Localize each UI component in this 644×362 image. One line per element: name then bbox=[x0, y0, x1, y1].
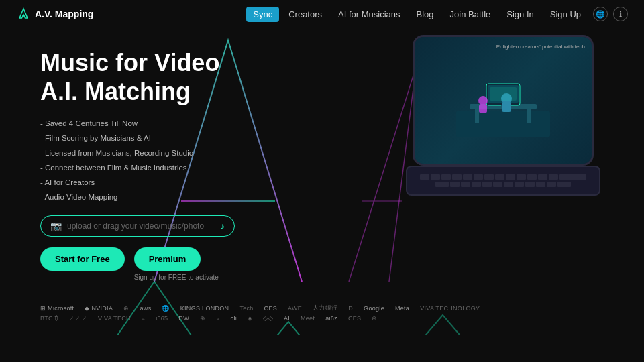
logo-bank: 人力銀行 bbox=[313, 304, 337, 312]
logos-row-2: BTC ₿ ⟋⟋⟋ VIVA TECH ⟁ i365 DW ⊕ ⟁ cli ◈ … bbox=[40, 315, 604, 322]
logo-sym4: ◇◇ bbox=[263, 315, 273, 322]
logo-icon bbox=[16, 7, 31, 21]
info-icon[interactable]: ℹ bbox=[613, 7, 628, 21]
logo-circle: ⊕ bbox=[200, 315, 205, 322]
logos-row-1: ⊞ Microsoft ◆ NVIDIA ⊕ aws 🌐 KINGS LONDO… bbox=[40, 304, 604, 312]
logo-sym2: ⟁ bbox=[216, 315, 219, 322]
camera-icon: 📷 bbox=[50, 221, 62, 231]
logo-kings: KINGS LONDON bbox=[180, 305, 229, 312]
nav-sync[interactable]: Sync bbox=[246, 7, 279, 22]
premium-wrapper: Premium Sign up for FREE to activate bbox=[134, 247, 219, 281]
logo-ai6z: ai6z bbox=[325, 315, 337, 322]
svg-rect-3 bbox=[527, 109, 531, 123]
logo-seal: ⊕ bbox=[123, 305, 129, 312]
logo-nvidia: ◆ NVIDIA bbox=[85, 305, 113, 312]
logo-awe: AWE bbox=[288, 305, 302, 312]
svg-rect-8 bbox=[502, 103, 511, 112]
nav-ai-musicians[interactable]: AI for Musicians bbox=[331, 7, 407, 22]
logo-un: 🌐 bbox=[162, 305, 169, 312]
start-free-button[interactable]: Start for Free bbox=[40, 247, 125, 271]
navbar: A.V. Mapping Sync Creators AI for Musici… bbox=[0, 0, 644, 28]
start-free-wrapper: Start for Free bbox=[40, 247, 125, 271]
svg-rect-0 bbox=[456, 111, 550, 137]
svg-rect-2 bbox=[475, 109, 479, 123]
nav-icon-group: 🌐 ℹ bbox=[593, 7, 628, 21]
logo-ces2: CES bbox=[348, 315, 361, 322]
language-icon[interactable]: 🌐 bbox=[593, 7, 608, 21]
premium-button[interactable]: Premium bbox=[134, 247, 201, 271]
logo-cli: cli bbox=[231, 315, 237, 322]
nav-sign-in[interactable]: Sign In bbox=[500, 7, 540, 22]
logo-lines: ⟋⟋⟋ bbox=[68, 315, 87, 322]
nav-links: Sync Creators AI for Musicians Blog Join… bbox=[246, 7, 588, 22]
logo-tech: Tech bbox=[239, 305, 253, 312]
tablet-keyboard bbox=[406, 166, 600, 196]
nav-creators[interactable]: Creators bbox=[282, 7, 329, 22]
nav-join-battle[interactable]: Join Battle bbox=[443, 7, 498, 22]
logo[interactable]: A.V. Mapping bbox=[16, 7, 93, 21]
svg-rect-10 bbox=[479, 105, 487, 113]
nav-blog[interactable]: Blog bbox=[410, 7, 441, 22]
logo-ai: AI bbox=[284, 315, 290, 322]
tablet-illustration bbox=[449, 57, 557, 144]
tablet-screen-body: Enlighten creators' potential with tech bbox=[413, 35, 594, 166]
logo-viva2: VIVA TECH bbox=[98, 315, 131, 322]
logo-google: Google bbox=[364, 305, 384, 312]
partner-logos: ⊞ Microsoft ◆ NVIDIA ⊕ aws 🌐 KINGS LONDO… bbox=[0, 304, 644, 322]
cta-subtext: Sign up for FREE to activate bbox=[134, 274, 219, 281]
logo-sym3: ◈ bbox=[248, 315, 252, 322]
logo-btc: BTC ₿ bbox=[40, 315, 58, 322]
music-note-icon: ♪ bbox=[220, 221, 225, 231]
tablet-mockup: Enlighten creators' potential with tech bbox=[396, 35, 610, 196]
logo-meet: Meet bbox=[301, 315, 315, 322]
logo-sym: ⟁ bbox=[142, 315, 145, 322]
logo-meta: Meta bbox=[395, 305, 409, 312]
tablet-caption: Enlighten creators' potential with tech bbox=[496, 44, 585, 50]
search-placeholder: upload or drag your video/music/photo bbox=[67, 221, 215, 231]
cta-buttons: Start for Free Premium Sign up for FREE … bbox=[40, 247, 604, 281]
upload-search-bar[interactable]: 📷 upload or drag your video/music/photo … bbox=[40, 215, 235, 237]
logo-viva: VIVA TECHNOLOGY bbox=[420, 305, 480, 312]
logo-last: ⊕ bbox=[372, 315, 377, 322]
logo-text: A.V. Mapping bbox=[35, 9, 93, 19]
svg-point-9 bbox=[478, 96, 488, 105]
logo-ces: CES bbox=[264, 305, 277, 312]
logo-dw: DW bbox=[178, 315, 189, 322]
svg-rect-11 bbox=[490, 87, 517, 101]
logo-microsoft: ⊞ Microsoft bbox=[40, 305, 74, 312]
tablet-screen: Enlighten creators' potential with tech bbox=[415, 37, 592, 164]
tablet-mockup-container: Enlighten creators' potential with tech bbox=[396, 35, 624, 209]
logo-i365: i365 bbox=[156, 315, 168, 322]
nav-sign-up[interactable]: Sign Up bbox=[543, 7, 588, 22]
logo-aws: aws bbox=[140, 305, 152, 312]
logo-d: D bbox=[348, 305, 353, 312]
